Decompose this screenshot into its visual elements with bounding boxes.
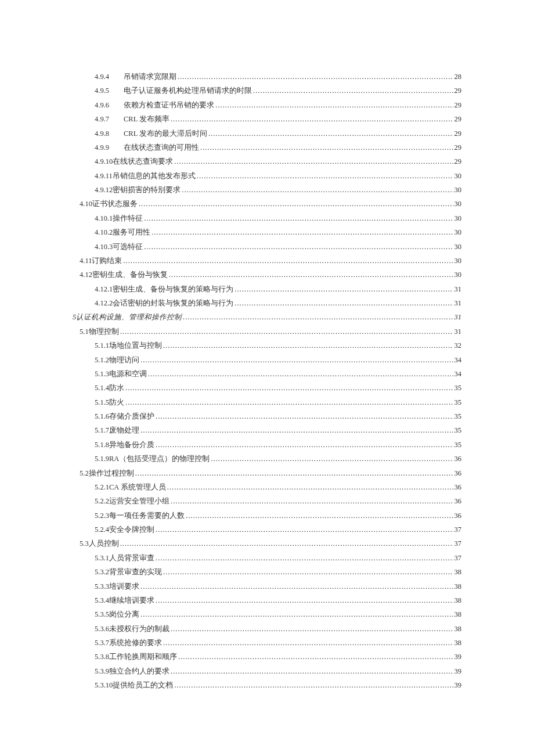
toc-leader-dots — [144, 211, 453, 225]
toc-entry-title: 培训要求 — [109, 579, 139, 593]
toc-entry-page: 38 — [454, 593, 462, 607]
toc-entry: 5.1.1 场地位置与控制32 — [73, 339, 461, 352]
toc-entry: 5.2 操作过程控制 36 — [73, 466, 461, 480]
toc-entry-page: 39 — [454, 664, 462, 678]
toc-entry: 5.3 人员控制 37 — [73, 537, 461, 550]
toc-entry: 5.3.9 独立合约人的要求39 — [73, 664, 461, 678]
toc-entry-number: 5.1 — [80, 325, 89, 339]
toc-entry: 5.3.2 背景审查的实现38 — [73, 565, 461, 579]
toc-entry: 5.2.1 CA 系统管理人员 36 — [73, 480, 461, 494]
toc-leader-dots — [169, 268, 453, 282]
toc-entry-number: 5.3.5 — [95, 607, 109, 621]
toc-leader-dots — [197, 169, 453, 183]
toc-entry-number: 5.3.7 — [95, 636, 109, 650]
toc-entry-number: 5.2.2 — [95, 494, 109, 508]
toc-leader-dots — [234, 296, 453, 310]
toc-entry-title: 每一项任务需要的人数 — [109, 509, 185, 523]
toc-leader-dots — [174, 154, 453, 168]
toc-entry-page: 39 — [454, 650, 462, 664]
toc-entry-number: 5.1.6 — [95, 409, 109, 423]
toc-leader-dots — [253, 84, 453, 98]
toc-entry-page: 30 — [454, 211, 462, 225]
toc-entry: 4.9.11 吊销信息的其他发布形式30 — [73, 169, 461, 183]
toc-entry-number: 5.3.8 — [95, 650, 109, 664]
toc-entry-number: 4.9.9 — [95, 141, 124, 154]
toc-entry: 5.2.3 每一项任务需要的人数36 — [73, 509, 461, 523]
toc-entry-title: 订购结束 — [92, 254, 122, 268]
toc-leader-dots — [151, 225, 453, 239]
toc-entry: 4.10 证书状态服务 30 — [73, 197, 461, 211]
toc-entry-page: 36 — [454, 480, 462, 494]
toc-entry: 5.3.5 岗位分离38 — [73, 607, 461, 621]
toc-entry-page: 31 — [454, 325, 462, 339]
toc-leader-dots — [148, 367, 453, 381]
toc-entry-title: CRL 发布频率 — [124, 112, 169, 126]
toc-entry: 4.9.10 在线状态查询要求29 — [73, 154, 461, 168]
toc-entry-number: 5.2.1 — [95, 480, 109, 494]
toc-entry-page: 35 — [454, 395, 462, 409]
toc-entry-title: 安全令牌控制 — [109, 523, 154, 537]
toc-leader-dots — [171, 664, 453, 678]
toc-entry-number: 4.9.11 — [95, 169, 113, 183]
toc-leader-dots — [125, 395, 453, 409]
toc-entry-page: 28 — [454, 70, 462, 84]
toc-entry-title: 异地备份介质 — [109, 438, 154, 452]
toc-leader-dots — [156, 409, 453, 423]
toc-entry-title: 在线状态查询要求 — [113, 154, 173, 168]
toc-entry-number: 5.1.9 — [95, 452, 109, 466]
toc-entry-number: 4.10.1 — [95, 211, 113, 225]
toc-entry-number: 4.12 — [80, 268, 92, 282]
toc-leader-dots — [156, 593, 453, 607]
toc-entry-number: 4.10.3 — [95, 240, 113, 254]
toc-leader-dots — [140, 423, 453, 437]
toc-entry: 5.3.4 继续培训要求38 — [73, 593, 461, 607]
toc-entry-page: 35 — [454, 438, 462, 452]
toc-leader-dots — [125, 381, 453, 395]
toc-entry-title: 存储介质保护 — [109, 409, 154, 423]
toc-entry: 5.1.6 存储介质保护35 — [73, 409, 461, 423]
toc-leader-dots — [171, 494, 453, 508]
toc-leader-dots — [178, 70, 453, 84]
toc-entry-page: 37 — [454, 523, 462, 537]
toc-entry: 4.10.1 操作特征30 — [73, 211, 461, 225]
toc-entry-title: 系统抢修的要求 — [109, 636, 162, 650]
toc-leader-dots — [120, 325, 453, 339]
toc-leader-dots — [182, 183, 453, 197]
toc-entry: 5.3.10 提供给员工的文档39 — [73, 678, 461, 692]
toc-entry-page: 37 — [454, 551, 462, 565]
toc-entry-title: 继续培训要求 — [109, 593, 154, 607]
toc-leader-dots — [123, 254, 453, 268]
toc-entry-page: 37 — [454, 537, 462, 550]
toc-leader-dots — [139, 197, 453, 211]
toc-entry: 4.10.3 可选特征30 — [73, 240, 461, 254]
toc-entry-page: 35 — [454, 409, 462, 423]
toc-entry-title: 人员背景审查 — [109, 551, 154, 565]
toc-leader-dots — [163, 339, 453, 352]
toc-entry-title: 废物处理 — [109, 423, 139, 437]
toc-entry-page: 32 — [454, 339, 462, 352]
toc-entry-title: 密钥生成、备份与恢复 — [92, 268, 168, 282]
toc-entry: 4.12.2 会话密钥的封装与恢复的策略与行为31 — [73, 296, 461, 310]
toc-entry-title: 认证机构设施、管理和操作控制 — [76, 310, 182, 324]
toc-entry-number: 4.9.8 — [95, 127, 124, 141]
toc-leader-dots — [156, 551, 453, 565]
toc-entry: 5.3.6 未授权行为的制裁38 — [73, 622, 461, 636]
toc-entry-title: RA（包括受理点）的物理控制 — [109, 452, 210, 466]
toc-entry-title: 独立合约人的要求 — [109, 664, 169, 678]
toc-entry-number: 5.3.9 — [95, 664, 109, 678]
toc-entry-title: 未授权行为的制裁 — [109, 622, 169, 636]
toc-entry-page: 39 — [454, 678, 462, 692]
toc-entry: 5.1 物理控制 31 — [73, 325, 461, 339]
toc-entry-page: 30 — [454, 254, 462, 268]
toc-entry-page: 30 — [454, 169, 462, 183]
toc-entry: 4.9.7CRL 发布频率29 — [73, 112, 461, 126]
toc-entry-page: 36 — [454, 466, 462, 480]
toc-entry-title: 电源和空调 — [109, 367, 147, 381]
toc-entry-title: 背景审查的实现 — [109, 565, 162, 579]
toc-entry: 5.1.5 防火35 — [73, 395, 461, 409]
toc-leader-dots — [171, 622, 453, 636]
toc-leader-dots — [120, 537, 453, 550]
toc-entry-number: 4.12.2 — [95, 296, 113, 310]
toc-entry-page: 38 — [454, 607, 462, 621]
toc-leader-dots — [171, 112, 453, 126]
